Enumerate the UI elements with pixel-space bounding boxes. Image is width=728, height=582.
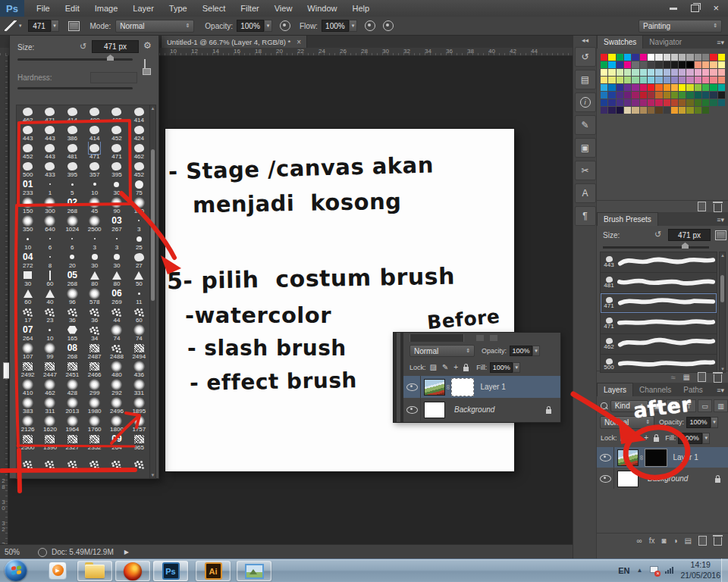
airbrush-icon[interactable] (365, 20, 375, 31)
before-blend-dropdown[interactable]: Normal⇕ (410, 345, 475, 357)
swatch[interactable] (601, 107, 607, 114)
before-layer-row[interactable]: ∞ Layer 1 (403, 376, 560, 398)
swatch[interactable] (655, 99, 662, 106)
swatch[interactable] (671, 107, 678, 114)
lock-paint-icon[interactable]: ✎ (442, 364, 448, 371)
brush-preset-311[interactable]: 311 (39, 396, 61, 415)
brush-preset-443[interactable]: 443 (17, 124, 39, 142)
delete-swatch-icon[interactable] (714, 204, 722, 212)
brush-preset-2447[interactable]: 2447 (39, 360, 61, 378)
swatch[interactable] (671, 69, 678, 76)
collapse-panels-icon[interactable]: ◂◂ (573, 36, 597, 44)
layer-row[interactable]: ∞ Layer 1 (597, 447, 728, 468)
brush-preset-1757[interactable]: 1757 (128, 415, 150, 433)
swatch[interactable] (664, 92, 670, 99)
swatch[interactable] (702, 84, 709, 91)
swatch[interactable] (608, 99, 615, 106)
brush-preset-60[interactable]: 60 (17, 287, 39, 305)
swatch[interactable] (671, 77, 678, 83)
swatch[interactable] (718, 77, 725, 83)
brush-preset-74[interactable]: 74 (105, 324, 127, 342)
brush-preset-462[interactable]: 462 (17, 105, 39, 124)
swatch[interactable] (702, 92, 709, 99)
swatch[interactable] (710, 77, 717, 83)
swatch[interactable] (624, 99, 631, 106)
layer-thumbnail[interactable] (424, 379, 445, 396)
delete-layer-icon[interactable] (714, 537, 722, 546)
brush-preset-452[interactable]: 452 (128, 160, 150, 178)
document-tab[interactable]: Untitled-1 @ 66.7% (Layer 4, RGB/8) * × (161, 35, 307, 48)
tab-layers[interactable]: Layers (597, 383, 633, 396)
swatch[interactable] (671, 54, 678, 61)
swatch[interactable] (679, 92, 686, 99)
brush-preset-965[interactable]: 965 (128, 433, 150, 451)
lock-all-icon[interactable] (654, 437, 659, 442)
before-fill-value[interactable]: 100% (490, 362, 513, 373)
brush-preset-1390[interactable]: 1390 (39, 433, 61, 451)
show-desktop-button[interactable] (721, 559, 728, 582)
swatch[interactable] (686, 99, 693, 106)
panel-menu-icon[interactable]: ≡▾ (713, 39, 728, 48)
swatch[interactable] (655, 77, 662, 83)
tab-swatches[interactable]: Swatches (597, 35, 643, 48)
lock-transparent-icon[interactable]: ▨ (430, 364, 437, 371)
brush-grid-scrollbar[interactable]: ▲ ▼ (149, 105, 156, 479)
swatch[interactable] (718, 69, 725, 76)
swatch[interactable] (664, 54, 670, 61)
swatch[interactable] (686, 69, 693, 76)
brush-preset-5[interactable]: 5 (61, 178, 83, 196)
brush-preset-27[interactable]: 27 (128, 251, 150, 269)
swatch[interactable] (640, 107, 647, 114)
brush-preset-481[interactable]: 481 (61, 142, 83, 160)
swatch[interactable] (601, 77, 607, 83)
menu-image[interactable]: Image (87, 0, 126, 17)
swatch[interactable] (617, 77, 623, 83)
brush-preset-more[interactable] (61, 451, 83, 469)
brush-preset-30[interactable]: 30 (105, 178, 127, 196)
brush-preset-more[interactable] (83, 451, 105, 469)
link-layers-icon[interactable]: ∞ (637, 537, 642, 545)
brush-preset-25[interactable]: 25 (128, 233, 150, 251)
brush-preset-414[interactable]: 414 (128, 105, 150, 124)
taskbar-browser[interactable] (115, 561, 150, 581)
character-panel-icon[interactable]: A (575, 183, 596, 203)
mode-dropdown[interactable]: Normal⇕ (115, 20, 194, 33)
swatch[interactable] (686, 61, 693, 68)
brush-preset-more[interactable] (128, 451, 150, 469)
swatch[interactable] (617, 69, 623, 76)
swatch[interactable] (648, 99, 654, 106)
swatch[interactable] (664, 77, 670, 83)
reset-size-icon[interactable]: ↺ (654, 230, 661, 239)
info-panel-icon[interactable]: i (575, 92, 596, 112)
swatch[interactable] (608, 84, 615, 91)
size-value[interactable]: 471 px (92, 40, 139, 53)
opacity-field[interactable]: 100% ▾ (237, 20, 272, 32)
new-swatch-icon[interactable] (698, 202, 706, 211)
paragraph-panel-icon[interactable]: ¶ (575, 206, 596, 226)
brush-preset-3[interactable]: 3 (83, 233, 105, 251)
swatch[interactable] (702, 61, 709, 68)
swatch[interactable] (608, 69, 615, 76)
brush-preset-395[interactable]: 395 (61, 160, 83, 178)
lock-move-icon[interactable]: + (453, 364, 458, 371)
gear-icon[interactable]: ⚙ (143, 40, 152, 51)
swatch[interactable] (710, 92, 717, 99)
stroke-preview-icon[interactable]: ≈ (671, 373, 676, 382)
swatch[interactable] (695, 77, 701, 83)
swatch[interactable] (664, 84, 670, 91)
swatch[interactable] (702, 99, 709, 106)
swatch[interactable] (640, 77, 647, 83)
brush-preset-11[interactable]: 11 (128, 287, 150, 305)
swatch[interactable] (702, 54, 709, 61)
group-layers-icon[interactable]: ▤ (685, 537, 692, 545)
brush-preset-410[interactable]: 410 (17, 378, 39, 396)
swatch[interactable] (710, 84, 717, 91)
brush-preset-462[interactable]: 462 (39, 378, 61, 396)
brush-preset-1024[interactable]: 1024 (61, 214, 83, 233)
swatch[interactable] (640, 69, 647, 76)
brush-preset-44[interactable]: 44 (105, 305, 127, 324)
brush-preset-30[interactable]: 30 (17, 269, 39, 287)
hardness-slider[interactable] (17, 87, 133, 89)
swatch[interactable] (648, 84, 654, 91)
brush-preset-267[interactable]: 03267 (105, 214, 127, 233)
